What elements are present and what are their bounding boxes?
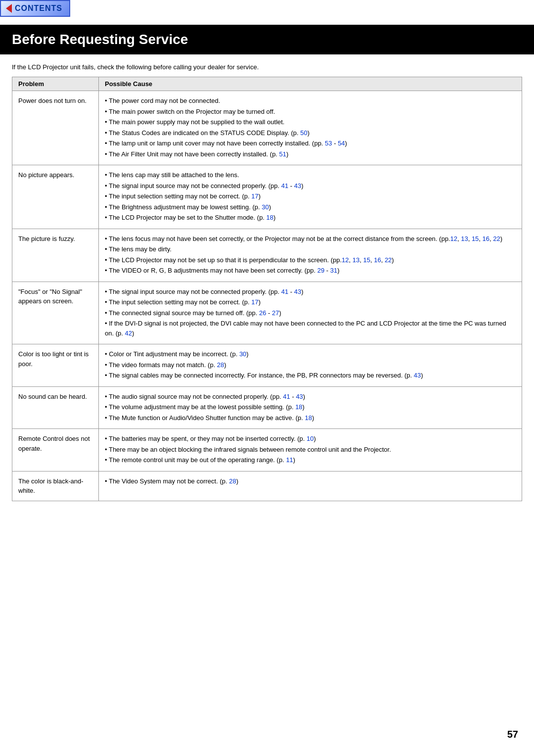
- page-link[interactable]: 18: [305, 414, 312, 422]
- cause-item: The main power supply may not be supplie…: [105, 117, 516, 127]
- cause-item: The signal cables may be connected incor…: [105, 371, 516, 380]
- page-link[interactable]: 29: [317, 267, 324, 274]
- cause-item: The LCD Projector may not be set up so t…: [105, 255, 516, 265]
- page-link[interactable]: 22: [385, 256, 392, 264]
- cause-cell: The audio signal source may not be conne…: [99, 386, 522, 429]
- cause-cell: The Video System may not be correct. (p.…: [99, 471, 522, 501]
- cause-item: The lens focus may not have been set cor…: [105, 234, 516, 244]
- page-link[interactable]: 41: [281, 288, 288, 295]
- cause-item: The Mute function or Audio/Video Shutter…: [105, 413, 516, 423]
- arrow-left-icon: [6, 4, 12, 13]
- intro-text: If the LCD Projector unit fails, check t…: [12, 63, 522, 71]
- page-link[interactable]: 41: [283, 393, 290, 400]
- cause-item: The power cord may not be connected.: [105, 96, 516, 106]
- page-link[interactable]: 13: [461, 235, 468, 242]
- problem-cell: The color is black-and-white.: [12, 471, 99, 501]
- cause-item: The remote control unit may be out of th…: [105, 455, 516, 465]
- cause-item: The lens cap may still be attached to th…: [105, 170, 516, 180]
- page-link[interactable]: 18: [267, 214, 273, 221]
- page-link[interactable]: 54: [338, 140, 345, 147]
- page-link[interactable]: 43: [414, 372, 421, 379]
- table-row: Power does not turn on.The power cord ma…: [12, 91, 522, 165]
- page-link[interactable]: 41: [281, 182, 288, 189]
- table-row: The picture is fuzzy.The lens focus may …: [12, 229, 522, 282]
- problem-cell: "Focus" or "No Signal" appears on screen…: [12, 282, 99, 344]
- table-row: The color is black-and-white.The Video S…: [12, 471, 522, 501]
- cause-item: The Status Codes are indicated on the ST…: [105, 128, 516, 138]
- page-link[interactable]: 43: [294, 288, 301, 295]
- page-link[interactable]: 30: [239, 350, 246, 358]
- page-header: Before Requesting Service: [0, 25, 534, 54]
- cause-item: The VIDEO or R, G, B adjustments may not…: [105, 266, 516, 276]
- problem-cell: Color is too light or tint is poor.: [12, 344, 99, 387]
- page-link[interactable]: 43: [296, 393, 303, 400]
- page-link[interactable]: 12: [342, 256, 349, 264]
- problem-cell: Power does not turn on.: [12, 91, 99, 165]
- cause-item: There may be an object blocking the infr…: [105, 445, 516, 455]
- problem-cell: No picture appears.: [12, 165, 99, 229]
- page-link[interactable]: 12: [450, 235, 457, 242]
- cause-item: The main power switch on the Projector m…: [105, 107, 516, 117]
- table-row: No sound can be heard.The audio signal s…: [12, 386, 522, 429]
- cause-cell: Color or Tint adjustment may be incorrec…: [99, 344, 522, 387]
- cause-cell: The signal input source may not be conne…: [99, 282, 522, 344]
- page-link[interactable]: 53: [325, 140, 332, 147]
- page-link[interactable]: 13: [353, 256, 359, 264]
- cause-item: The Brightness adjustment may be lowest …: [105, 202, 516, 212]
- cause-cell: The lens cap may still be attached to th…: [99, 165, 522, 229]
- contents-label: CONTENTS: [15, 4, 62, 13]
- page-link[interactable]: 18: [295, 403, 302, 411]
- page-link[interactable]: 16: [483, 235, 490, 242]
- page-link[interactable]: 26: [259, 309, 266, 317]
- page-link[interactable]: 10: [307, 435, 313, 442]
- cause-item: The connected signal source may be turne…: [105, 308, 516, 318]
- col-problem-header: Problem: [12, 77, 99, 91]
- cause-cell: The lens focus may not have been set cor…: [99, 229, 522, 282]
- page-link[interactable]: 15: [363, 256, 370, 264]
- page-link[interactable]: 16: [374, 256, 381, 264]
- col-cause-header: Possible Cause: [99, 77, 522, 91]
- cause-item: The Video System may not be correct. (p.…: [105, 476, 516, 486]
- cause-item: The lamp unit or lamp unit cover may not…: [105, 139, 516, 148]
- cause-item: The Air Filter Unit may not have been co…: [105, 149, 516, 159]
- cause-item: The video formats may not match. (p. 28): [105, 360, 516, 370]
- page-link[interactable]: 50: [300, 129, 307, 137]
- page-link[interactable]: 51: [279, 150, 286, 158]
- cause-cell: The power cord may not be connected.The …: [99, 91, 522, 165]
- cause-item: The input selection setting may not be c…: [105, 297, 516, 307]
- page-link[interactable]: 11: [286, 456, 293, 464]
- problem-cell: The picture is fuzzy.: [12, 229, 99, 282]
- page-link[interactable]: 17: [251, 298, 258, 306]
- cause-item: The input selection setting may not be c…: [105, 191, 516, 201]
- page-link[interactable]: 30: [262, 203, 268, 211]
- cause-item: The audio signal source may not be conne…: [105, 392, 516, 402]
- page-link[interactable]: 15: [472, 235, 479, 242]
- cause-item: The lens may be dirty.: [105, 244, 516, 254]
- page-title: Before Requesting Service: [12, 32, 522, 47]
- page-link[interactable]: 28: [217, 361, 224, 369]
- cause-item: The volume adjustment may be at the lowe…: [105, 402, 516, 412]
- page-link[interactable]: 43: [294, 182, 301, 189]
- table-row: "Focus" or "No Signal" appears on screen…: [12, 282, 522, 344]
- page-link[interactable]: 22: [493, 235, 500, 242]
- cause-item: The signal input source may not be conne…: [105, 287, 516, 297]
- table-row: Color is too light or tint is poor.Color…: [12, 344, 522, 387]
- service-table: Problem Possible Cause Power does not tu…: [12, 77, 522, 501]
- cause-item: The signal input source may not be conne…: [105, 181, 516, 191]
- problem-cell: Remote Control does not operate.: [12, 429, 99, 472]
- contents-button[interactable]: CONTENTS: [0, 0, 70, 17]
- page-link[interactable]: 42: [125, 330, 132, 337]
- page-number: 57: [507, 729, 518, 740]
- table-row: No picture appears.The lens cap may stil…: [12, 165, 522, 229]
- table-row: Remote Control does not operate.The batt…: [12, 429, 522, 472]
- page-link[interactable]: 27: [272, 309, 279, 317]
- cause-item: The batteries may be spent, or they may …: [105, 434, 516, 444]
- page-link[interactable]: 17: [251, 192, 258, 200]
- cause-item: Color or Tint adjustment may be incorrec…: [105, 349, 516, 359]
- cause-cell: The batteries may be spent, or they may …: [99, 429, 522, 472]
- cause-item: If the DVI-D signal is not projected, th…: [105, 319, 516, 338]
- cause-item: The LCD Projector may be set to the Shut…: [105, 213, 516, 223]
- problem-cell: No sound can be heard.: [12, 386, 99, 429]
- page-link[interactable]: 28: [229, 477, 236, 485]
- page-link[interactable]: 31: [330, 267, 337, 274]
